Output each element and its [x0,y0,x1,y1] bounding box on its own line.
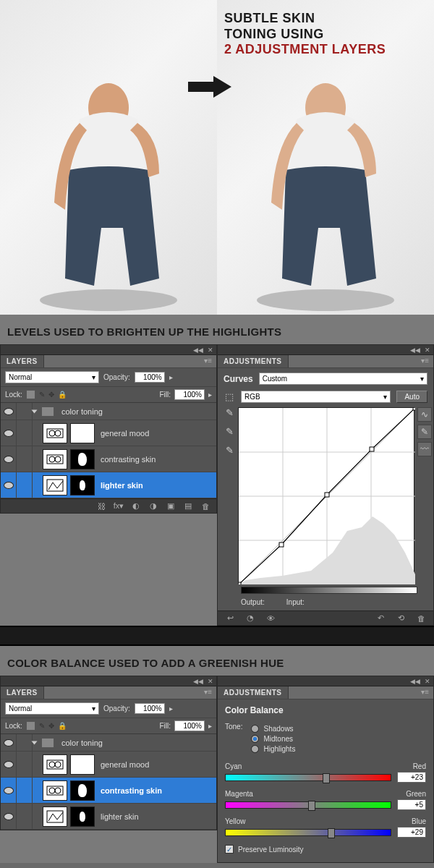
close-panel-icon[interactable]: ✕ [208,346,213,354]
yb-value[interactable]: +29 [397,827,426,838]
eye-icon[interactable] [4,430,14,437]
collapse-icon[interactable]: ◀◀ [410,346,420,354]
mask-thumb[interactable] [70,423,95,443]
eye-icon[interactable] [4,787,14,794]
auto-button[interactable]: Auto [396,391,427,403]
collapse-icon[interactable]: ◀◀ [410,678,420,685]
layer-name[interactable]: contrasting skin [96,786,162,795]
layer-name[interactable]: lighter skin [96,481,143,490]
eye-icon[interactable] [4,482,14,489]
fill-flyout-icon[interactable]: ▸ [208,722,212,730]
disclosure-icon[interactable] [32,741,38,744]
tone-shadows-radio[interactable]: Shadows [251,725,295,733]
panel-menu-icon[interactable]: ▾≡ [417,686,433,699]
opacity-field[interactable]: 100% [135,703,165,714]
eye-icon[interactable]: 👁 [265,613,276,624]
smooth-icon[interactable]: 〰 [417,442,432,456]
panel-menu-icon[interactable]: ▾≡ [200,355,216,367]
cyan-red-slider[interactable] [225,774,391,781]
panel-menu-icon[interactable]: ▾≡ [200,686,216,699]
eye-icon[interactable] [4,813,14,820]
target-adjust-icon[interactable]: ⬚ [224,391,235,403]
mask-thumb[interactable] [70,475,95,495]
layer-row[interactable]: contrasting skin [1,446,216,472]
lock-brush-icon[interactable]: ✎ [39,722,45,730]
panel-menu-icon[interactable]: ▾≡ [417,355,433,367]
layer-row-selected[interactable]: lighter skin [1,472,216,498]
layer-name[interactable]: general mood [96,760,149,769]
adjustments-tab[interactable]: ADJUSTMENTS [218,686,289,699]
mask-icon[interactable]: ◐ [131,501,141,511]
fill-field[interactable]: 100% [174,720,205,731]
lock-transparent-icon[interactable] [26,390,35,399]
disclosure-icon[interactable] [32,409,38,413]
eye-icon[interactable] [4,456,14,463]
layer-name[interactable]: lighter skin [96,812,139,821]
eyedropper-white-icon[interactable]: ✎ [224,445,235,456]
mask-thumb[interactable] [70,754,95,775]
adjustment-thumb[interactable] [43,475,67,495]
adjustment-thumb[interactable] [43,754,67,775]
adjustment-thumb[interactable] [43,449,67,469]
layer-name[interactable]: general mood [96,429,149,438]
adjustment-thumb[interactable] [43,807,67,827]
blend-mode-dropdown[interactable]: Normal▾ [5,702,99,715]
adjustment-thumb[interactable] [43,780,67,801]
curve-tool-icon[interactable]: ∿ [417,407,432,422]
fill-flyout-icon[interactable]: ▸ [208,391,212,399]
eye-icon[interactable] [4,761,14,768]
fx-icon[interactable]: fx▾ [114,501,124,511]
adjustments-tab[interactable]: ADJUSTMENTS [218,355,289,367]
opacity-flyout-icon[interactable]: ▸ [169,705,173,712]
close-panel-icon[interactable]: ✕ [425,346,430,354]
mask-thumb[interactable] [70,807,95,827]
lock-move-icon[interactable]: ✥ [48,722,54,730]
layer-row[interactable]: general mood [1,420,216,446]
mask-thumb[interactable] [70,780,95,801]
layer-name[interactable]: contrasting skin [96,455,156,464]
clip-icon[interactable]: ◔ [245,613,255,624]
lock-brush-icon[interactable]: ✎ [39,391,45,399]
eyedropper-black-icon[interactable]: ✎ [224,407,235,419]
layers-tab[interactable]: LAYERS [1,686,44,699]
curves-preset-dropdown[interactable]: Custom▾ [259,373,427,385]
mg-value[interactable]: +5 [397,799,426,810]
fill-field[interactable]: 100% [174,389,205,400]
preserve-luminosity-checkbox[interactable]: ✓ Preserve Luminosity [225,845,426,854]
new-layer-icon[interactable]: ▤ [183,501,193,511]
layers-tab[interactable]: LAYERS [1,355,44,367]
opacity-field[interactable]: 100% [135,372,165,383]
tone-midtones-radio[interactable]: Midtones [251,735,295,743]
layer-row-selected[interactable]: contrasting skin [1,778,216,804]
adjustment-icon[interactable]: ◑ [148,501,158,511]
collapse-icon[interactable]: ◀◀ [193,678,203,685]
layer-group-row[interactable]: color toning [1,403,216,420]
adjustment-thumb[interactable] [43,423,67,443]
channel-dropdown[interactable]: RGB▾ [241,391,391,403]
new-group-icon[interactable]: ▣ [166,501,176,511]
layer-row[interactable]: lighter skin [1,804,216,830]
layer-row[interactable]: general mood [1,752,216,778]
blend-mode-dropdown[interactable]: Normal▾ [5,371,99,383]
trash-icon[interactable]: 🗑 [416,613,426,624]
prev-state-icon[interactable]: ↶ [375,613,386,624]
lock-all-icon[interactable]: 🔒 [58,391,67,399]
close-panel-icon[interactable]: ✕ [208,678,213,685]
lock-transparent-icon[interactable] [26,721,35,731]
return-icon[interactable]: ↩ [225,613,235,624]
reset-icon[interactable]: ⟲ [396,613,406,624]
mask-thumb[interactable] [70,449,95,469]
group-name[interactable]: color toning [57,407,103,416]
opacity-flyout-icon[interactable]: ▸ [169,373,173,381]
input-gradient[interactable] [241,587,417,594]
group-name[interactable]: color toning [57,739,103,747]
lock-move-icon[interactable]: ✥ [48,391,54,399]
curves-graph[interactable] [238,407,414,584]
cr-value[interactable]: +23 [397,772,426,783]
eye-icon[interactable] [4,739,14,746]
eyedropper-gray-icon[interactable]: ✎ [224,426,235,438]
close-panel-icon[interactable]: ✕ [425,678,430,685]
link-icon[interactable]: ⛓ [96,501,106,511]
pencil-tool-icon[interactable]: ✎ [417,425,432,439]
lock-all-icon[interactable]: 🔒 [58,722,67,730]
